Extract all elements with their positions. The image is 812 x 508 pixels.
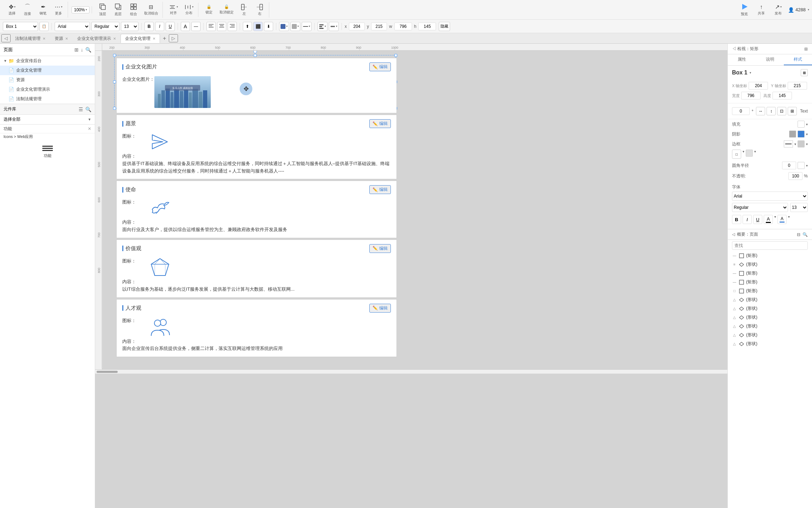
top-layer-button[interactable]: 顶层: [96, 2, 110, 18]
radius-input[interactable]: [782, 162, 796, 169]
overview-back-icon[interactable]: ◁: [732, 232, 735, 237]
zoom-select[interactable]: 100% ▾: [72, 6, 90, 13]
bold-button[interactable]: B: [144, 22, 154, 31]
hide-button[interactable]: 隐藏: [439, 22, 450, 31]
valign-bot-button[interactable]: ⬇: [264, 22, 273, 31]
ungroup-button[interactable]: ⊟ 取消组合: [142, 2, 160, 17]
text-label[interactable]: Text: [800, 109, 808, 114]
overview-item-7[interactable]: △ (形状): [728, 304, 812, 313]
tab-qiyewenhuaguanliyanshi[interactable]: 企业文化管理演示 ✕: [73, 34, 121, 43]
font-color-btn[interactable]: A: [764, 215, 773, 224]
line-color-button[interactable]: ▾: [290, 22, 300, 31]
more-tool-button[interactable]: ⋯ ▾ 更多: [51, 2, 66, 17]
tab-attributes[interactable]: 属性: [728, 54, 756, 65]
overview-item-6[interactable]: △ (形状): [728, 295, 812, 304]
comp-search-icon[interactable]: 🔍: [85, 107, 91, 112]
tab-prev-button[interactable]: ◁: [1, 34, 11, 42]
flip-v-button[interactable]: ↕: [767, 107, 776, 115]
flip-h-button[interactable]: ↔: [756, 107, 765, 115]
unlock-button[interactable]: 🔓 取消锁定: [217, 3, 236, 16]
select-tool-button[interactable]: ✥ ▾ 选择: [5, 2, 19, 17]
tab-qiyewenhuaguanli[interactable]: 企业文化管理 ✕: [121, 34, 160, 43]
pages-search-icon[interactable]: 🔍: [85, 47, 91, 53]
fill-arrow-icon[interactable]: ▾: [806, 122, 808, 126]
coord-y-input[interactable]: [788, 82, 807, 90]
rotation-input[interactable]: [732, 107, 750, 115]
tree-item-fazhiguifaguanli[interactable]: 📄 法制法规管理: [0, 94, 95, 104]
overview-item-1[interactable]: — (矩形): [728, 251, 812, 260]
tab-add-button[interactable]: +: [160, 35, 169, 42]
tree-item-yanshi[interactable]: 📄 企业文化管理演示: [0, 85, 95, 94]
border-arrow[interactable]: ▾: [794, 142, 796, 146]
font-color-arrow[interactable]: ▾: [774, 215, 776, 224]
overview-item-3[interactable]: — (矩形): [728, 269, 812, 278]
tree-item-qiyewenhuaguanli[interactable]: 📄 企业文化管理: [0, 66, 95, 75]
overview-item-8[interactable]: △ (形状): [728, 313, 812, 322]
fill-swatch[interactable]: [798, 121, 805, 128]
tab-next-button[interactable]: ▷: [169, 34, 178, 42]
font-underline-btn[interactable]: U: [753, 215, 762, 224]
align-left-button[interactable]: [207, 22, 216, 31]
edit-button-4[interactable]: ✏️ 编辑: [369, 244, 391, 253]
shadow-arrow-icon[interactable]: ▾: [806, 132, 808, 136]
coord-x-input[interactable]: [749, 82, 768, 90]
scrollbar-thumb[interactable]: [97, 371, 118, 373]
sel-ml[interactable]: [113, 80, 116, 83]
center-button[interactable]: ⊞: [788, 107, 797, 115]
bottom-layer-button[interactable]: 底层: [111, 2, 125, 18]
border-style-btn[interactable]: [784, 140, 793, 147]
tab-ziyuan-close[interactable]: ✕: [65, 37, 68, 41]
y-input[interactable]: [371, 23, 387, 30]
italic-button[interactable]: I: [155, 22, 164, 31]
border-color-arrow[interactable]: ▾: [806, 142, 808, 146]
category-item[interactable]: Icons > Web应用: [0, 133, 95, 140]
font-size-right-select[interactable]: 13: [790, 203, 808, 212]
edit-button-3[interactable]: ✏️ 编辑: [369, 185, 391, 194]
tab-qiyewenhuaguanliyanshi-close[interactable]: ✕: [113, 37, 116, 41]
style-button[interactable]: ▾: [302, 22, 312, 31]
tab-fazhiguifaguanli[interactable]: 法制法规管理 ✕: [11, 34, 50, 43]
font-family-right-select[interactable]: Arial: [732, 192, 808, 201]
tab-fazhiguifaguanli-close[interactable]: ✕: [43, 37, 45, 41]
copy-style-button[interactable]: 📋: [39, 22, 49, 31]
tree-item-ziyuan[interactable]: 📄 资源: [0, 75, 95, 85]
comp-menu-icon[interactable]: ☰: [79, 107, 83, 112]
h-input[interactable]: [418, 23, 436, 30]
x-input[interactable]: [349, 23, 365, 30]
border-extra-color[interactable]: [746, 150, 753, 157]
font-bold-btn[interactable]: B: [732, 215, 741, 224]
tab-ziyuan[interactable]: 资源 ✕: [50, 34, 73, 43]
right-button[interactable]: 右: [253, 2, 267, 18]
font-size-select[interactable]: 13: [121, 22, 139, 31]
fit-button[interactable]: ⊡: [777, 107, 786, 115]
canvas-scrollbar[interactable]: [95, 369, 727, 374]
w-input[interactable]: [394, 23, 412, 30]
sel-tr[interactable]: [394, 54, 397, 57]
component-search-input[interactable]: [4, 126, 88, 131]
overview-item-2[interactable]: ≡ (形状): [728, 260, 812, 269]
shadow-color-2[interactable]: [798, 131, 805, 138]
overview-item-10[interactable]: △ (形状): [728, 331, 812, 339]
edit-button-2[interactable]: ✏️ 编辑: [369, 119, 391, 128]
border-color[interactable]: [798, 140, 805, 147]
sel-tl[interactable]: [113, 54, 116, 57]
overview-item-11[interactable]: △ (形状): [728, 339, 812, 348]
valign-mid-button[interactable]: ⬛: [253, 22, 263, 31]
sel-bl[interactable]: [113, 107, 116, 110]
overview-filter-icon[interactable]: ⊟: [797, 232, 800, 237]
element-name-select[interactable]: Box 1 ▾: [732, 69, 751, 76]
border-all-btn[interactable]: □: [732, 150, 741, 159]
preview-button[interactable]: 预览: [737, 2, 751, 18]
tab-description[interactable]: 说明: [756, 54, 784, 65]
element-copy-button[interactable]: ⊞: [801, 69, 808, 76]
text-dash-button[interactable]: —: [191, 22, 201, 31]
tab-qiyewenhuaguanli-close[interactable]: ✕: [153, 37, 155, 41]
overview-search-input[interactable]: [732, 241, 808, 250]
pages-add-icon[interactable]: ⊞: [74, 47, 79, 53]
share-button[interactable]: ↑ 共享: [754, 2, 768, 17]
publish-button[interactable]: ↗ ▾ 发布: [771, 2, 785, 17]
font-style-right-select[interactable]: Regular: [732, 203, 788, 212]
align-button[interactable]: ▾ 对齐: [166, 3, 180, 17]
font-style-select[interactable]: Regular: [91, 22, 119, 31]
valign-top-button[interactable]: ⬆: [243, 22, 252, 31]
